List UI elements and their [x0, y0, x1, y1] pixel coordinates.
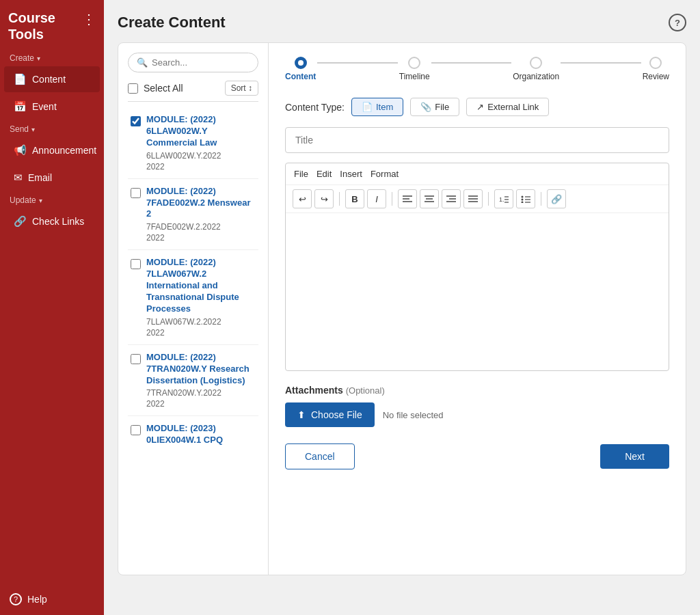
module-year: 2022 — [146, 399, 256, 409]
redo-button[interactable]: ↪ — [314, 189, 334, 208]
italic-button[interactable]: I — [367, 189, 386, 208]
step-timeline: Timeline — [399, 57, 430, 81]
right-panel: Content Timeline Organization Review — [269, 43, 686, 575]
svg-point-17 — [522, 199, 524, 201]
module-code: 7TRAN020W.Y.2022 — [146, 388, 256, 398]
sidebar-item-check-links[interactable]: 🔗 Check Links — [4, 208, 100, 234]
content-type-file-button[interactable]: 📎 File — [410, 98, 459, 116]
content-panel: 🔍 Select All Sort ↕ MODULE: (2022) 6LLAW… — [118, 42, 686, 575]
chevron-down-icon: ▾ — [39, 197, 42, 204]
module-code: 6LLAW002W.Y.2022 — [146, 151, 256, 161]
editor-body[interactable] — [286, 213, 669, 370]
attach-row: ⬆ Choose File No file selected — [285, 402, 669, 427]
justify-button[interactable] — [463, 189, 483, 208]
toolbar-divider — [392, 192, 392, 206]
module-title: MODULE: (2022) 7LLAW067W.2 International… — [146, 257, 256, 314]
external-link-icon: ↗ — [476, 102, 484, 112]
module-title: MODULE: (2022) 7FADE002W.2 Menswear 2 — [146, 186, 256, 221]
sidebar-item-event[interactable]: 📅 Event — [4, 94, 100, 120]
sidebar-section-send[interactable]: Send ▾ — [0, 120, 104, 137]
module-checkbox[interactable] — [131, 354, 141, 364]
align-left-button[interactable] — [398, 189, 417, 208]
step-review: Review — [643, 57, 669, 81]
search-box[interactable]: 🔍 — [128, 53, 258, 72]
page-title: Create Content — [118, 14, 226, 31]
sidebar-header: Course Tools ⋮ — [0, 0, 104, 49]
link-button[interactable]: 🔗 — [547, 189, 566, 208]
step-label: Timeline — [399, 72, 430, 81]
module-checkbox[interactable] — [131, 188, 141, 198]
module-title: MODULE: (2022) 6LLAW002W.Y Commercial La… — [146, 114, 256, 149]
content-type-item-button[interactable]: 📄 Item — [351, 98, 403, 116]
step-content: Content — [285, 57, 316, 81]
sidebar-menu-icon[interactable]: ⋮ — [82, 11, 96, 27]
select-all-checkbox[interactable] — [128, 83, 138, 94]
editor-menu-edit[interactable]: Edit — [317, 169, 332, 179]
cancel-button[interactable]: Cancel — [285, 443, 355, 469]
bold-button[interactable]: B — [345, 189, 364, 208]
module-title: MODULE: (2023) 0LIEX004W.1 CPQ — [146, 423, 256, 446]
search-icon: 🔍 — [137, 57, 148, 68]
list-item: MODULE: (2022) 7FADE002W.2 Menswear 2 7F… — [128, 179, 258, 251]
toolbar-divider — [339, 192, 340, 206]
sidebar-section-create[interactable]: Create ▾ — [0, 49, 104, 66]
step-label: Review — [643, 72, 669, 81]
editor-wrapper: File Edit Insert Format ↩ ↪ B I — [285, 163, 669, 371]
form-footer: Cancel Next — [285, 443, 669, 469]
module-checkbox[interactable] — [131, 259, 141, 269]
help-circle-icon: ? — [10, 593, 22, 605]
step-line — [317, 62, 397, 64]
ordered-list-button[interactable]: 1. — [494, 189, 513, 208]
module-checkbox[interactable] — [131, 425, 141, 435]
chevron-down-icon: ▾ — [31, 126, 35, 133]
content-type-label: Content Type: — [285, 102, 345, 113]
sidebar-section-update[interactable]: Update ▾ — [0, 191, 104, 208]
undo-button[interactable]: ↩ — [293, 189, 312, 208]
module-year: 2022 — [146, 162, 256, 172]
content-type-external-link-button[interactable]: ↗ External Link — [466, 98, 549, 116]
step-line — [431, 62, 511, 64]
select-all-left: Select All — [128, 83, 183, 94]
step-label: Organization — [513, 72, 559, 81]
editor-menu: File Edit Insert Format — [286, 163, 669, 185]
help-circle-button[interactable]: ? — [669, 14, 686, 31]
list-item: MODULE: (2023) 0LIEX004W.1 CPQ — [128, 416, 258, 453]
next-button[interactable]: Next — [600, 444, 669, 469]
sort-button[interactable]: Sort ↕ — [225, 81, 258, 96]
sidebar-bottom: ? Help — [0, 584, 104, 615]
sidebar-help[interactable]: ? Help — [10, 593, 94, 605]
editor-toolbar: ↩ ↪ B I — [286, 185, 669, 213]
editor-menu-file[interactable]: File — [294, 169, 308, 179]
toolbar-divider — [488, 192, 489, 206]
step-line — [561, 62, 641, 64]
file-icon: 📎 — [420, 102, 431, 112]
search-input[interactable] — [152, 57, 250, 68]
sidebar-item-email[interactable]: ✉ Email — [4, 165, 100, 191]
sidebar-item-announcement[interactable]: 📢 Announcement — [4, 137, 100, 163]
align-center-button[interactable] — [420, 189, 439, 208]
content-type-row: Content Type: 📄 Item 📎 File ↗ External L… — [285, 98, 669, 116]
module-code: 7FADE002W.2.2022 — [146, 222, 256, 232]
sidebar-item-content[interactable]: 📄 Content — [4, 66, 100, 92]
unordered-list-button[interactable] — [516, 189, 535, 208]
module-title: MODULE: (2022) 7TRAN020W.Y Research Diss… — [146, 352, 256, 387]
list-item: MODULE: (2022) 6LLAW002W.Y Commercial La… — [128, 107, 258, 179]
select-all-row: Select All Sort ↕ — [128, 81, 258, 96]
chevron-down-icon: ▾ — [37, 55, 40, 62]
module-checkbox[interactable] — [131, 116, 141, 126]
step-circle — [408, 57, 420, 69]
title-input[interactable] — [285, 127, 669, 153]
choose-file-button[interactable]: ⬆ Choose File — [285, 402, 375, 427]
item-icon: 📄 — [362, 102, 373, 112]
svg-point-16 — [522, 196, 524, 198]
editor-menu-insert[interactable]: Insert — [340, 169, 362, 179]
check-links-icon: 🔗 — [14, 215, 27, 228]
list-item: MODULE: (2022) 7LLAW067W.2 International… — [128, 250, 258, 344]
module-year: 2022 — [146, 328, 256, 338]
editor-menu-format[interactable]: Format — [371, 169, 399, 179]
sidebar-title: Course Tools — [8, 10, 82, 42]
announcement-icon: 📢 — [14, 144, 27, 156]
align-right-button[interactable] — [442, 189, 461, 208]
left-panel: 🔍 Select All Sort ↕ MODULE: (2022) 6LLAW… — [118, 43, 269, 575]
event-icon: 📅 — [14, 100, 27, 113]
